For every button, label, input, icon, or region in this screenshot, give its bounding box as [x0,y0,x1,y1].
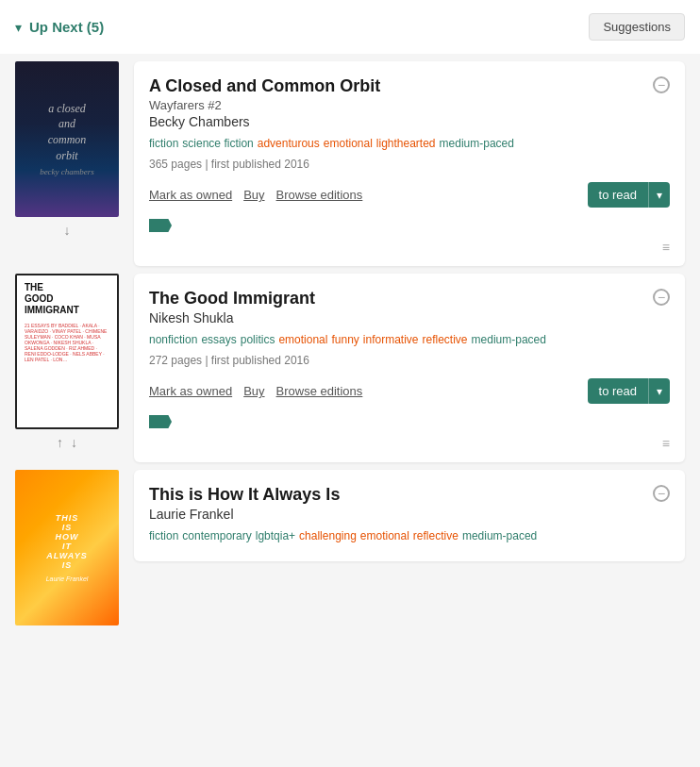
tag-funny[interactable]: funny [331,333,358,346]
tag-medium-paced[interactable]: medium-paced [462,529,537,542]
arrow-down-icon[interactable]: ↓ [71,435,77,450]
read-dropdown-button[interactable]: ▾ [648,182,670,208]
tag-arrow-shape [149,219,172,232]
tag-science-fiction[interactable]: science fiction [182,137,253,150]
mark-as-owned-button[interactable]: Mark as owned [149,384,232,398]
card-bottom: ≡ [149,436,670,451]
header: ▾ Up Next (5) Suggestions [0,0,700,54]
book-card: A Closed and Common Orbit Wayfarers #2 B… [134,61,685,266]
tag-icon [149,415,174,428]
read-button-group: to read ▾ [588,182,670,208]
remove-book-icon[interactable]: − [653,485,670,502]
series-name: Wayfarers #2 [149,98,380,112]
tag-arrow-shape [149,415,172,428]
book-title-block: The Good Immigrant Nikesh Shukla [149,289,315,333]
browse-editions-button[interactable]: Browse editions [276,384,363,398]
tag-informative[interactable]: informative [363,333,419,346]
read-dropdown-button[interactable]: ▾ [648,378,670,404]
book-title: The Good Immigrant [149,289,315,308]
book-list: a closedandcommonorbit becky chambers ↓ … [0,54,700,646]
tag-challenging[interactable]: challenging [299,529,357,542]
arrow-up-icon[interactable]: ↑ [57,435,63,450]
tag-medium-paced[interactable]: medium-paced [472,333,546,346]
chevron-down-icon[interactable]: ▾ [15,20,22,35]
page-count: 365 pages [149,158,202,171]
hamburger-icon[interactable]: ≡ [662,436,670,451]
remove-book-icon[interactable]: − [653,289,670,306]
tag-medium-paced[interactable]: medium-paced [440,137,514,150]
tag-emotional[interactable]: emotional [324,137,373,150]
tag-emotional[interactable]: emotional [360,529,409,542]
reorder-arrows: ↑ ↓ [57,435,77,450]
page-count: 272 pages [149,354,202,367]
tag-adventurous[interactable]: adventurous [258,137,320,150]
tag-lgbtqia[interactable]: lgbtqia+ [256,529,295,542]
author-name: Becky Chambers [149,114,380,129]
tag-essays[interactable]: essays [201,333,236,346]
tag-lighthearted[interactable]: lighthearted [376,137,436,150]
tag-nonfiction[interactable]: nonfiction [149,333,197,346]
tag-fiction[interactable]: fiction [149,137,178,150]
book-cover-image: THEGOODIMMIGRANT 21 ESSAYS BY BADDIEL · … [15,274,119,429]
book-entry: ThisIsHowItAlwaysIs Laurie Frankel This … [15,470,685,631]
author-name: Nikesh Shukla [149,310,315,325]
remove-book-icon[interactable]: − [653,76,670,93]
buy-button[interactable]: Buy [243,188,264,202]
book-cover-image: a closedandcommonorbit becky chambers [15,61,119,217]
book-actions: Mark as owned Buy Browse editions to rea… [149,182,670,208]
book-card: The Good Immigrant Nikesh Shukla − nonfi… [134,274,685,462]
author-name: Laurie Frankel [149,507,340,522]
card-bottom: ≡ [149,240,670,255]
browse-editions-button[interactable]: Browse editions [276,188,363,202]
tag-contemporary[interactable]: contemporary [182,529,251,542]
tag-list: nonfiction essays politics emotional fun… [149,333,670,346]
book-cover-col: ThisIsHowItAlwaysIs Laurie Frankel [15,470,119,631]
suggestions-button[interactable]: Suggestions [589,13,685,41]
book-entry: THEGOODIMMIGRANT 21 ESSAYS BY BADDIEL · … [15,274,685,462]
mark-as-owned-button[interactable]: Mark as owned [149,188,232,202]
tag-emotional[interactable]: emotional [278,333,327,346]
first-published: first published 2016 [211,158,309,171]
book-card-header: A Closed and Common Orbit Wayfarers #2 B… [149,76,670,137]
book-card-header: The Good Immigrant Nikesh Shukla − [149,289,670,333]
tag-reflective[interactable]: reflective [423,333,468,346]
book-title: This is How It Always Is [149,485,340,505]
up-next-section: ▾ Up Next (5) [15,19,104,35]
book-title-block: A Closed and Common Orbit Wayfarers #2 B… [149,76,380,137]
tag-list: fiction science fiction adventurous emot… [149,137,670,150]
book-actions: Mark as owned Buy Browse editions to rea… [149,378,670,404]
reorder-arrows: ↓ [64,223,71,238]
tag-fiction[interactable]: fiction [149,529,178,542]
tag-politics[interactable]: politics [241,333,275,346]
tag-list: fiction contemporary lgbtqia+ challengin… [149,529,670,542]
arrow-down-icon[interactable]: ↓ [64,223,71,238]
book-meta: 272 pages | first published 2016 [149,354,670,367]
buy-button[interactable]: Buy [243,384,264,398]
to-read-button[interactable]: to read [588,378,648,404]
book-card: This is How It Always Is Laurie Frankel … [134,470,685,561]
up-next-label: Up Next (5) [29,19,104,35]
book-cover-image: ThisIsHowItAlwaysIs Laurie Frankel [15,470,119,625]
first-published: first published 2016 [211,354,309,367]
to-read-button[interactable]: to read [588,182,648,208]
book-cover-col: THEGOODIMMIGRANT 21 ESSAYS BY BADDIEL · … [15,274,119,450]
book-entry: a closedandcommonorbit becky chambers ↓ … [15,61,685,266]
read-button-group: to read ▾ [588,378,670,404]
book-cover-col: a closedandcommonorbit becky chambers ↓ [15,61,119,238]
book-title: A Closed and Common Orbit [149,76,380,96]
tag-reflective[interactable]: reflective [413,529,458,542]
book-title-block: This is How It Always Is Laurie Frankel [149,485,340,529]
tag-icon [149,219,174,232]
hamburger-icon[interactable]: ≡ [662,240,670,255]
book-card-header: This is How It Always Is Laurie Frankel … [149,485,670,529]
book-meta: 365 pages | first published 2016 [149,158,670,171]
